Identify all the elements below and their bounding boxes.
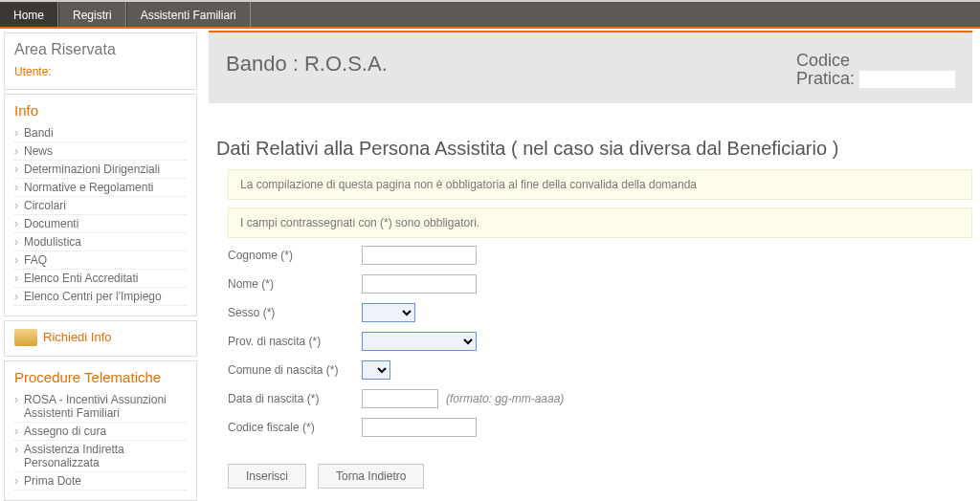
procedure-box: Procedure Telematiche ROSA - Incentivi A… (4, 360, 197, 501)
select-comune[interactable] (362, 360, 390, 380)
info-item-determinazioni[interactable]: Determinazioni Dirigenziali (14, 161, 187, 179)
utente-value (55, 66, 97, 79)
proc-item-assegno[interactable]: Assegno di cura (14, 423, 187, 441)
input-nome[interactable] (362, 274, 477, 294)
codice-value (859, 71, 955, 88)
area-riservata-box: Area Riservata Utente: (4, 33, 197, 90)
label-comune: Comune di nascita (*) (228, 363, 362, 377)
label-sesso: Sesso (*) (228, 306, 362, 319)
select-sesso[interactable] (362, 303, 415, 322)
torna-indietro-button[interactable]: Torna Indietro (318, 464, 424, 489)
input-cognome[interactable] (362, 246, 477, 265)
page-title: Dati Relativi alla Persona Assistita ( n… (216, 138, 972, 160)
date-format-hint: (formato: gg-mm-aaaa) (446, 392, 564, 405)
input-codice-fiscale[interactable] (362, 418, 477, 437)
info-item-normative[interactable]: Normative e Regolamenti (14, 179, 187, 197)
info-item-enti[interactable]: Elenco Enti Accreditati (14, 270, 187, 288)
info-box: Info Bandi News Determinazioni Dirigenzi… (4, 94, 197, 316)
procedure-title: Procedure Telematiche (14, 369, 187, 385)
utente-label: Utente: (14, 65, 52, 78)
select-provincia[interactable] (362, 332, 477, 351)
info-item-faq[interactable]: FAQ (14, 251, 187, 270)
codice-label-2: Pratica: (796, 69, 855, 88)
proc-item-primadote[interactable]: Prima Dote (14, 472, 187, 490)
info-item-modulistica[interactable]: Modulistica (14, 233, 187, 251)
info-item-circolari[interactable]: Circolari (14, 197, 187, 215)
richiedi-info-link[interactable]: Richiedi Info (43, 330, 112, 344)
notice-required: I campi contrassegnati con (*) sono obbl… (228, 207, 972, 238)
input-data-nascita[interactable] (362, 389, 438, 408)
header-band: Bando : R.O.S.A. Codice Pratica: (209, 31, 972, 103)
info-item-documenti[interactable]: Documenti (14, 215, 187, 233)
nav-home[interactable]: Home (0, 2, 58, 27)
info-item-news[interactable]: News (14, 142, 187, 161)
bando-title: Bando : R.O.S.A. (226, 52, 388, 76)
mail-icon (14, 329, 37, 346)
codice-pratica: Codice Pratica: (796, 52, 955, 88)
label-data: Data di nascita (*) (228, 392, 362, 405)
codice-label-1: Codice (796, 51, 850, 70)
area-riservata-title: Area Riservata (14, 41, 187, 58)
notice-optional: La compilazione di questa pagina non è o… (228, 169, 972, 200)
richiedi-box: Richiedi Info (4, 320, 197, 357)
top-nav: Home Registri Assistenti Familiari (0, 0, 980, 29)
label-nome: Nome (*) (228, 277, 362, 291)
proc-item-assistenza[interactable]: Assistenza Indiretta Personalizzata (14, 441, 187, 472)
label-cognome: Cognome (*) (228, 249, 362, 262)
inserisci-button[interactable]: Inserisci (228, 464, 306, 489)
nav-assistenti[interactable]: Assistenti Familiari (126, 2, 251, 27)
proc-item-rosa[interactable]: ROSA - Incentivi Assunzioni Assistenti F… (14, 391, 187, 423)
info-item-bandi[interactable]: Bandi (14, 124, 187, 142)
info-title: Info (14, 102, 187, 119)
nav-registri[interactable]: Registri (58, 2, 126, 27)
label-cf: Codice fiscale (*) (228, 421, 362, 434)
info-item-centri[interactable]: Elenco Centri per l'Impiego (14, 288, 187, 306)
label-prov: Prov. di nascita (*) (228, 335, 362, 348)
